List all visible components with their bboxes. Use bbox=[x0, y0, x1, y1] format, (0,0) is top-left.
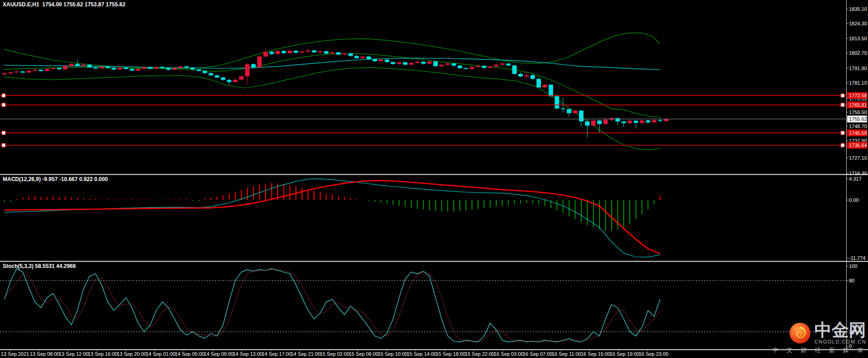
bull-candle-body bbox=[342, 53, 347, 54]
macd-histogram-bar-negative bbox=[581, 200, 582, 222]
watermark-domain: CNGOLD.COM.CN bbox=[815, 339, 866, 344]
axis-tick-label: 1716.30 bbox=[849, 171, 867, 176]
macd-histogram-bar-negative bbox=[441, 200, 442, 211]
line-anchor-handle bbox=[2, 103, 5, 107]
macd-histogram-bar-negative bbox=[399, 200, 400, 206]
watermark-tagline: 中 文 财 经 新 媒 体 bbox=[703, 346, 866, 354]
macd-histogram-bar-positive bbox=[222, 195, 223, 200]
bear-candle-body bbox=[312, 50, 316, 52]
bull-candle-body bbox=[136, 69, 140, 71]
time-axis-label: 15 Sep 10:00 bbox=[378, 351, 407, 357]
macd-histogram-bar-negative bbox=[545, 200, 545, 206]
bull-candle-body bbox=[300, 52, 304, 53]
macd-histogram-bar-positive bbox=[65, 196, 66, 200]
bear-candle-body bbox=[585, 121, 589, 125]
macd-histogram-bar-negative bbox=[587, 200, 588, 225]
macd-histogram-bar-negative bbox=[654, 200, 655, 205]
macd-histogram-bar-positive bbox=[320, 192, 321, 200]
macd-histogram-bar-positive bbox=[53, 196, 53, 200]
macd-histogram-bar-negative bbox=[532, 200, 533, 204]
macd-histogram-bar-positive bbox=[289, 185, 290, 200]
macd-histogram-bar-positive bbox=[362, 200, 363, 200]
bull-candle-body bbox=[63, 66, 68, 69]
macd-histogram-bar-positive bbox=[150, 199, 151, 200]
bear-candle-body bbox=[294, 51, 298, 53]
macd-histogram-bar-positive bbox=[144, 200, 145, 200]
macd-histogram-bar-positive bbox=[235, 191, 236, 200]
bear-candle-body bbox=[106, 67, 110, 68]
macd-histogram-bar-negative bbox=[198, 200, 199, 201]
time-axis-label: 14 Sep 17:00 bbox=[262, 351, 291, 357]
macd-histogram-bar-positive bbox=[326, 193, 327, 200]
bear-candle-body bbox=[20, 72, 25, 72]
bear-candle-body bbox=[536, 79, 541, 87]
bear-candle-body bbox=[281, 51, 286, 53]
bear-candle-body bbox=[385, 60, 389, 62]
stoch-indicator-label: Stoch(5,3,3) 58.5531 44.2966 bbox=[3, 263, 76, 269]
bear-candle-body bbox=[561, 109, 565, 110]
macd-histogram-bar-positive bbox=[162, 200, 163, 200]
bear-candle-body bbox=[555, 96, 559, 109]
macd-histogram-bar-positive bbox=[156, 200, 157, 200]
bear-candle-body bbox=[579, 110, 583, 121]
macd-histogram-bar-negative bbox=[520, 200, 521, 204]
macd-histogram-bar-positive bbox=[229, 194, 230, 200]
chart-surface[interactable]: 1835.101824.301813.501802.701791.901781.… bbox=[0, 0, 868, 358]
macd-histogram-bar-positive bbox=[107, 199, 108, 200]
bear-candle-body bbox=[221, 77, 225, 80]
line-anchor-handle bbox=[841, 94, 844, 97]
bull-candle-body bbox=[470, 67, 474, 69]
bear-candle-body bbox=[433, 62, 438, 66]
bear-candle-body bbox=[634, 121, 638, 123]
macd-histogram-bar-positive bbox=[71, 197, 72, 200]
bull-candle-body bbox=[45, 69, 49, 71]
bear-candle-body bbox=[87, 65, 92, 67]
bull-candle-body bbox=[257, 57, 262, 67]
bear-candle-body bbox=[166, 68, 171, 70]
macd-histogram-bar-positive bbox=[174, 200, 175, 200]
macd-histogram-bar-positive bbox=[217, 196, 217, 200]
line-anchor-handle bbox=[2, 94, 5, 97]
chart-window: 1835.101824.301813.501802.701791.901781.… bbox=[0, 0, 868, 358]
macd-histogram-bar-negative bbox=[472, 200, 473, 210]
axis-tick-label: 0.00 bbox=[849, 197, 858, 203]
hline-price-badge-value: 1736.64 bbox=[849, 143, 867, 148]
bear-candle-body bbox=[215, 75, 219, 77]
bear-candle-body bbox=[597, 120, 602, 124]
time-axis-label: 14 Sep 13:00 bbox=[233, 351, 262, 357]
cngold-logo-icon bbox=[789, 322, 811, 344]
macd-histogram-bar-positive bbox=[47, 196, 48, 200]
time-axis-label: 16 Sep 19:00 bbox=[610, 351, 639, 357]
axis-tick-label: 1824.30 bbox=[849, 21, 867, 26]
time-axis-label: 14 Sep 01:00 bbox=[146, 351, 175, 357]
macd-histogram-bar-negative bbox=[617, 200, 618, 229]
axis-tick-label: 1781.10 bbox=[849, 80, 867, 86]
time-axis-label: 15 Sep 06:00 bbox=[349, 351, 378, 357]
bull-candle-body bbox=[445, 63, 450, 65]
macd-histogram-bar-positive bbox=[89, 199, 90, 200]
bear-candle-body bbox=[227, 80, 231, 82]
macd-histogram-bar-positive bbox=[95, 199, 96, 200]
time-axis-label: 14 Sep 05:00 bbox=[175, 351, 204, 357]
bull-candle-body bbox=[664, 119, 669, 121]
bull-candle-body bbox=[573, 110, 578, 113]
time-axis-label: 15 Sep 22:00 bbox=[465, 351, 494, 357]
bull-candle-body bbox=[275, 51, 280, 54]
bull-candle-body bbox=[627, 121, 632, 124]
bull-candle-body bbox=[591, 120, 596, 125]
bull-candle-body bbox=[99, 67, 104, 68]
bull-candle-body bbox=[178, 67, 183, 68]
macd-histogram-bar-negative bbox=[374, 200, 375, 202]
axis-tick-label: 1748.70 bbox=[849, 124, 867, 129]
macd-histogram-bar-positive bbox=[302, 188, 303, 200]
macd-histogram-bar-positive bbox=[113, 199, 114, 200]
hline-price-badge-value: 1765.81 bbox=[849, 102, 867, 108]
bear-candle-body bbox=[482, 66, 487, 68]
bull-candle-body bbox=[306, 50, 310, 51]
macd-histogram-bar-negative bbox=[484, 200, 485, 208]
bear-candle-body bbox=[75, 64, 80, 66]
bear-candle-body bbox=[203, 71, 207, 73]
bull-candle-body bbox=[476, 66, 480, 67]
macd-histogram-bar-negative bbox=[496, 200, 497, 207]
bid-price-badge-value: 1755.62 bbox=[849, 116, 867, 122]
